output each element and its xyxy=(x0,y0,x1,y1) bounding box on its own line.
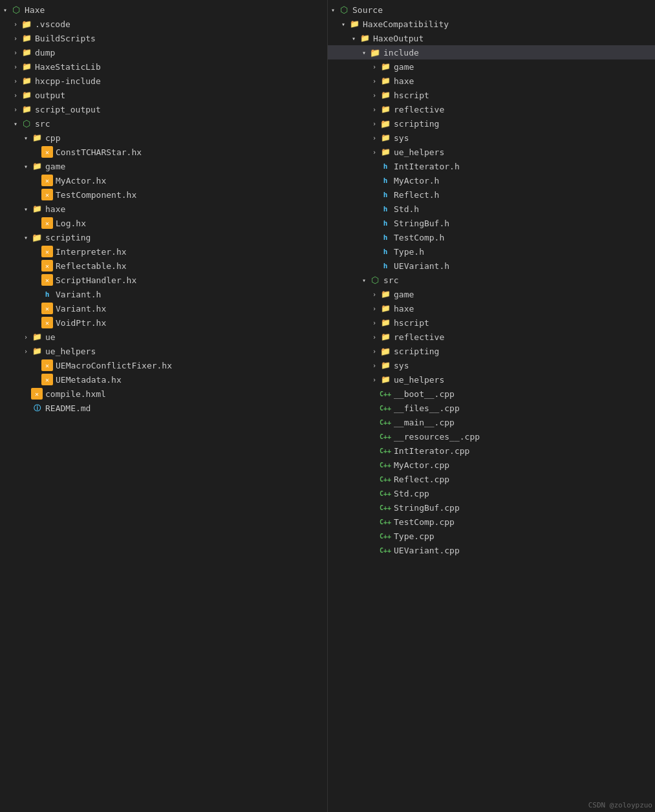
hx-icon: ✕ xyxy=(41,274,53,286)
tree-item-output[interactable]: 📁output xyxy=(0,88,327,102)
folder-src-icon: ⬡ xyxy=(21,118,32,129)
tree-item-ue_helpers-inc[interactable]: 📁ue_helpers xyxy=(328,145,655,159)
tree-item-std-cpp[interactable]: C++Std.cpp xyxy=(328,486,655,500)
tree-arrow xyxy=(21,346,31,356)
tree-item-uemetadata-hx[interactable]: ✕UEMetadata.hx xyxy=(0,372,327,387)
tree-item-intiterator-cpp[interactable]: C++IntIterator.cpp xyxy=(328,443,655,458)
tree-item-testcomp-cpp[interactable]: C++TestComp.cpp xyxy=(328,515,655,529)
tree-item-game-src-r[interactable]: 📁game xyxy=(328,287,655,301)
tree-item-std-h[interactable]: hStd.h xyxy=(328,202,655,216)
tree-item-reflective-inc[interactable]: 📁reflective xyxy=(328,102,655,116)
tree-arrow xyxy=(369,61,380,72)
tree-item-haxeoutput[interactable]: 📁HaxeOutput xyxy=(328,31,655,45)
tree-item-stringbuf-cpp[interactable]: C++StringBuf.cpp xyxy=(328,500,655,515)
tree-item-myactor-hx[interactable]: ✕MyActor.hx xyxy=(0,173,327,187)
tree-item-reflectable-hx[interactable]: ✕Reflectable.hx xyxy=(0,259,327,273)
tree-item-source[interactable]: ⬡Source xyxy=(328,3,655,17)
tree-item-variant-hx[interactable]: ✕Variant.hx xyxy=(0,301,327,315)
tree-item-boot-cpp[interactable]: C++__boot__.cpp xyxy=(328,387,655,401)
tree-item-resources-cpp[interactable]: C++__resources__.cpp xyxy=(328,429,655,443)
tree-arrow xyxy=(359,47,369,58)
tree-item-reflect-h[interactable]: hReflect.h xyxy=(328,187,655,202)
tree-item-log-hx[interactable]: ✕Log.hx xyxy=(0,216,327,230)
tree-arrow xyxy=(21,133,31,143)
tree-item-files-cpp[interactable]: C++__files__.cpp xyxy=(328,401,655,415)
tree-item-reflective-src-r[interactable]: 📁reflective xyxy=(328,330,655,344)
tree-item-type-h[interactable]: hType.h xyxy=(328,244,655,259)
tree-item-label: src xyxy=(383,275,650,285)
tree-item-label: UEVariant.cpp xyxy=(394,546,650,555)
tree-item-label: include xyxy=(383,48,650,58)
tree-item-game-src[interactable]: 📁game xyxy=(0,159,327,173)
tree-item-cpp[interactable]: 📁cpp xyxy=(0,131,327,145)
folder-icon: 📁 xyxy=(31,203,43,215)
tree-arrow xyxy=(31,261,41,271)
watermark: CSDN @zoloypzuo xyxy=(588,801,652,809)
tree-item-haxe[interactable]: ⬡Haxe xyxy=(0,3,327,17)
tree-item-sys-inc[interactable]: 📁sys xyxy=(328,131,655,145)
cpp-icon: C++ xyxy=(380,502,391,513)
tree-item-ue[interactable]: 📁ue xyxy=(0,330,327,344)
hx-icon: ✕ xyxy=(41,189,53,200)
tree-item-interpreter-hx[interactable]: ✕Interpreter.hx xyxy=(0,244,327,259)
tree-item-main-cpp[interactable]: C++__main__.cpp xyxy=(328,415,655,429)
tree-item-myactor-h[interactable]: hMyActor.h xyxy=(328,173,655,187)
cpp-icon: C++ xyxy=(380,431,391,442)
folder-icon: 📁 xyxy=(380,61,391,72)
tree-item-stringbuf-h[interactable]: hStringBuf.h xyxy=(328,216,655,230)
h-icon: h xyxy=(41,288,53,300)
tree-item-dump[interactable]: 📁dump xyxy=(0,45,327,59)
tree-item-scripting-src[interactable]: 📁scripting xyxy=(0,230,327,244)
tree-item-testcomponent-hx[interactable]: ✕TestComponent.hx xyxy=(0,187,327,202)
right-panel: ⬡Source📁HaxeCompatibility📁HaxeOutput📁inc… xyxy=(328,0,655,812)
tree-arrow xyxy=(369,161,380,171)
tree-item-testcomp-h[interactable]: hTestComp.h xyxy=(328,230,655,244)
tree-item-intiterator-h[interactable]: hIntIterator.h xyxy=(328,159,655,173)
tree-item-src[interactable]: ⬡src xyxy=(0,116,327,131)
tree-item-haxecompat[interactable]: 📁HaxeCompatibility xyxy=(328,17,655,31)
tree-item-label: Type.cpp xyxy=(394,531,650,541)
tree-item-ue_helpers-src[interactable]: 📁ue_helpers xyxy=(0,344,327,358)
tree-item-uemacrconflict-hx[interactable]: ✕UEMacroConflictFixer.hx xyxy=(0,358,327,372)
folder-scripting-icon: 📁 xyxy=(380,345,391,357)
tree-item-label: ConstTCHARStar.hx xyxy=(56,147,322,157)
tree-item-variant-h[interactable]: hVariant.h xyxy=(0,287,327,301)
tree-item-consttcharstar[interactable]: ✕ConstTCHARStar.hx xyxy=(0,145,327,159)
tree-item-ue_helpers-src-r[interactable]: 📁ue_helpers xyxy=(328,372,655,387)
tree-item-reflect-cpp[interactable]: C++Reflect.cpp xyxy=(328,472,655,486)
folder-icon: 📁 xyxy=(380,89,391,101)
tree-item-label: ue_helpers xyxy=(394,375,650,385)
tree-item-haxe-src-r[interactable]: 📁haxe xyxy=(328,301,655,315)
tree-item-scripthandler-hx[interactable]: ✕ScriptHandler.hx xyxy=(0,273,327,287)
tree-item-hxcpp-include[interactable]: 📁hxcpp-include xyxy=(0,74,327,88)
tree-item-buildscripts[interactable]: 📁BuildScripts xyxy=(0,31,327,45)
tree-item-hscript-inc[interactable]: 📁hscript xyxy=(328,88,655,102)
tree-arrow xyxy=(10,104,21,114)
tree-item-src-right[interactable]: ⬡src xyxy=(328,273,655,287)
tree-item-sys-src-r[interactable]: 📁sys xyxy=(328,358,655,372)
tree-item-game-inc[interactable]: 📁game xyxy=(328,59,655,74)
tree-item-compile-xml[interactable]: ✕compile.hxml xyxy=(0,387,327,401)
tree-arrow xyxy=(31,317,41,328)
tree-item-include[interactable]: 📁include xyxy=(328,45,655,59)
tree-item-voidptr-hx[interactable]: ✕VoidPtr.hx xyxy=(0,315,327,330)
tree-item-type-cpp[interactable]: C++Type.cpp xyxy=(328,529,655,543)
tree-item-label: scripting xyxy=(394,347,650,356)
tree-item-haxe-src[interactable]: 📁haxe xyxy=(0,202,327,216)
tree-item-haxestaticlib[interactable]: 📁HaxeStaticLib xyxy=(0,59,327,74)
tree-item-readme-md[interactable]: ⓘREADME.md xyxy=(0,401,327,415)
h-icon: h xyxy=(380,189,391,200)
hx-icon: ✕ xyxy=(41,359,53,371)
hx-icon: ✕ xyxy=(41,260,53,272)
tree-item-uevariant-h[interactable]: hUEVariant.h xyxy=(328,259,655,273)
tree-item-hscript-src-r[interactable]: 📁hscript xyxy=(328,315,655,330)
tree-item-uevariant-cpp[interactable]: C++UEVariant.cpp xyxy=(328,543,655,557)
tree-item-haxe-inc[interactable]: 📁haxe xyxy=(328,74,655,88)
tree-item-scripting-inc[interactable]: 📁scripting xyxy=(328,116,655,131)
tree-item-label: __boot__.cpp xyxy=(394,389,650,399)
tree-item-label: StringBuf.cpp xyxy=(394,503,650,513)
tree-item-scripting-src-r[interactable]: 📁scripting xyxy=(328,344,655,358)
tree-item-myactor-cpp[interactable]: C++MyActor.cpp xyxy=(328,458,655,472)
tree-item-script_output[interactable]: 📁script_output xyxy=(0,102,327,116)
tree-item-vscode[interactable]: 📁.vscode xyxy=(0,17,327,31)
